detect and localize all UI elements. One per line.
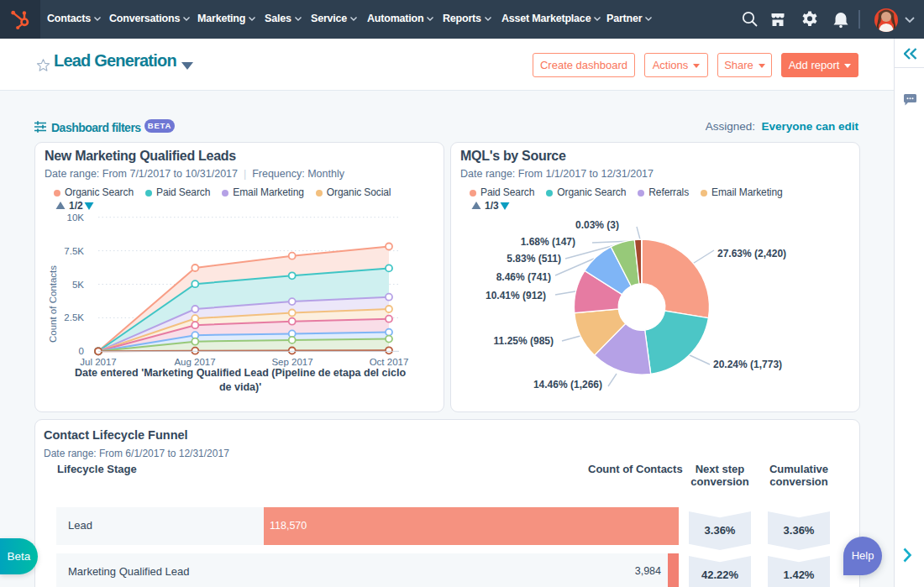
svg-text:0.03% (3): 0.03% (3) xyxy=(575,219,619,231)
svg-text:1.68% (147): 1.68% (147) xyxy=(521,236,575,248)
svg-text:Aug 2017: Aug 2017 xyxy=(174,357,215,367)
svg-text:Jul 2017: Jul 2017 xyxy=(80,357,116,367)
svg-text:Sep 2017: Sep 2017 xyxy=(271,357,312,367)
svg-text:27.63% (2,420): 27.63% (2,420) xyxy=(717,248,786,259)
svg-text:8.46% (741): 8.46% (741) xyxy=(496,271,551,283)
svg-text:5.83% (511): 5.83% (511) xyxy=(507,253,561,265)
svg-text:20.24% (1,773): 20.24% (1,773) xyxy=(713,359,782,370)
svg-text:10.41% (912): 10.41% (912) xyxy=(486,290,546,301)
svg-text:10K: 10K xyxy=(67,212,85,223)
svg-text:Oct 2017: Oct 2017 xyxy=(370,357,409,367)
svg-text:1/3: 1/3 xyxy=(485,201,499,211)
svg-text:5K: 5K xyxy=(72,280,84,290)
svg-text:Count of Contacts: Count of Contacts xyxy=(48,265,58,343)
svg-text:7.5K: 7.5K xyxy=(64,246,84,256)
svg-text:0: 0 xyxy=(79,346,84,356)
svg-text:14.46% (1,266): 14.46% (1,266) xyxy=(533,379,602,390)
svg-text:2.5K: 2.5K xyxy=(64,312,84,322)
svg-text:11.25% (985): 11.25% (985) xyxy=(494,335,554,347)
